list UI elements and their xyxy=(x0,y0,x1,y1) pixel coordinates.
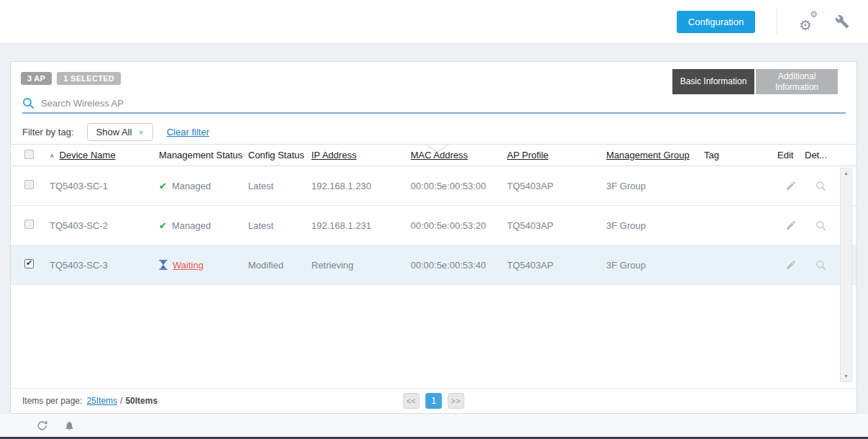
refresh-icon[interactable] xyxy=(36,420,48,432)
management-group-cell: 3F Group xyxy=(606,220,704,231)
config-status-cell: Modified xyxy=(248,260,311,271)
mac-address-cell: 00:00:5e:00:53:40 xyxy=(411,260,507,271)
configuration-button[interactable]: Configuration xyxy=(677,11,755,33)
ip-address-cell: Retrieving xyxy=(311,260,411,271)
tools-wrench-icon[interactable] xyxy=(835,14,849,29)
chevron-down-icon: ∨ xyxy=(138,129,143,135)
management-status-cell: Managed xyxy=(172,220,211,231)
management-group-cell: 3F Group xyxy=(606,260,704,271)
settings-gears-icon[interactable]: ⚙ ⚙ xyxy=(799,12,818,31)
ap-list-panel: 3 AP 1 SELECTED Basic Information Additi… xyxy=(10,61,857,414)
config-status-cell: Latest xyxy=(248,220,311,231)
table-footer: Items per page: 25Items / 50Items << 1 >… xyxy=(11,388,856,413)
tag-filter-value: Show All xyxy=(96,127,132,137)
search-icon xyxy=(22,97,35,109)
page-1-button[interactable]: 1 xyxy=(426,393,442,409)
tag-filter-dropdown[interactable]: Show All ∨ xyxy=(87,123,153,141)
vertical-scrollbar[interactable]: ▲ ▼ xyxy=(840,168,852,382)
column-header-management-group[interactable]: Management Group xyxy=(606,150,690,160)
table-body: TQ5403-SC-1 Managed Latest 192.168.1.230… xyxy=(11,166,856,389)
waiting-hourglass-icon xyxy=(159,260,168,270)
per-page-separator: / xyxy=(120,396,122,406)
prev-page-button[interactable]: << xyxy=(403,393,420,409)
edit-pencil-icon[interactable] xyxy=(785,259,797,271)
management-status-cell: Managed xyxy=(172,181,211,191)
column-header-tag: Tag xyxy=(704,150,777,160)
column-header-management-status: Management Status xyxy=(159,150,248,160)
device-name-cell: TQ5403-SC-1 xyxy=(50,181,159,191)
toolbar-divider xyxy=(777,9,777,35)
collapse-panel-notch-icon[interactable] xyxy=(426,144,448,152)
details-magnifier-icon[interactable] xyxy=(816,220,826,231)
filter-by-tag-label: Filter by tag: xyxy=(22,127,74,137)
column-header-config-status: Config Status xyxy=(248,150,311,160)
tab-additional-information[interactable]: Additional Information xyxy=(756,69,838,94)
column-header-details: Det... xyxy=(805,150,836,160)
filter-bar: Filter by tag: Show All ∨ Clear filter xyxy=(22,122,209,141)
ap-profile-cell: TQ5403AP xyxy=(507,220,606,231)
scroll-up-icon[interactable]: ▲ xyxy=(844,171,849,176)
ap-profile-cell: TQ5403AP xyxy=(507,181,606,191)
waiting-status-link[interactable]: Waiting xyxy=(173,260,204,271)
column-header-ip-address[interactable]: IP Address xyxy=(311,150,357,160)
management-group-cell: 3F Group xyxy=(606,181,704,191)
ap-count-badge: 3 AP xyxy=(21,72,52,85)
column-header-ap-profile[interactable]: AP Profile xyxy=(507,150,549,160)
select-all-checkbox[interactable] xyxy=(24,150,34,159)
ap-profile-cell: TQ5403AP xyxy=(507,260,606,271)
row-checkbox[interactable] xyxy=(24,180,34,189)
tab-basic-information[interactable]: Basic Information xyxy=(672,69,754,94)
managed-check-icon xyxy=(159,220,167,231)
details-magnifier-icon[interactable] xyxy=(816,260,826,271)
search-input[interactable] xyxy=(41,98,846,109)
device-name-cell: TQ5403-SC-2 xyxy=(50,220,159,231)
edit-pencil-icon[interactable] xyxy=(785,180,797,191)
row-checkbox[interactable] xyxy=(24,259,34,268)
edit-pencil-icon[interactable] xyxy=(785,220,797,231)
summary-badges: 3 AP 1 SELECTED xyxy=(21,72,121,85)
selected-count-badge: 1 SELECTED xyxy=(57,72,121,85)
info-tabs: Basic Information Additional Information xyxy=(672,69,838,94)
managed-check-icon xyxy=(159,181,167,191)
column-header-edit: Edit xyxy=(777,150,805,160)
device-name-cell: TQ5403-SC-3 xyxy=(50,260,159,271)
table-row-selected[interactable]: TQ5403-SC-3 Waiting Modified Retrieving … xyxy=(11,245,856,285)
table-row[interactable]: TQ5403-SC-1 Managed Latest 192.168.1.230… xyxy=(11,166,856,206)
table-header-row: ∧ Device Name Management Status Config S… xyxy=(11,144,856,166)
per-page-25-link[interactable]: 25Items xyxy=(86,396,117,406)
status-footer xyxy=(0,414,868,437)
search-bar xyxy=(22,94,846,114)
ip-address-cell: 192.168.1.230 xyxy=(311,181,411,191)
sort-ascending-icon[interactable]: ∧ xyxy=(50,152,55,158)
items-per-page-label: Items per page: xyxy=(22,396,82,406)
pagination-controls: << 1 >> xyxy=(403,393,465,409)
mac-address-cell: 00:00:5e:00:53:20 xyxy=(411,220,507,231)
table-row[interactable]: TQ5403-SC-2 Managed Latest 192.168.1.231… xyxy=(11,206,856,245)
ip-address-cell: 192.168.1.231 xyxy=(311,220,411,231)
top-toolbar: Configuration ⚙ ⚙ xyxy=(0,0,868,44)
scroll-down-icon[interactable]: ▼ xyxy=(844,374,849,379)
column-header-device-name[interactable]: Device Name xyxy=(60,150,116,160)
notifications-bell-icon[interactable] xyxy=(64,420,75,431)
config-status-cell: Latest xyxy=(248,181,311,191)
mac-address-cell: 00:00:5e:00:53:00 xyxy=(411,181,507,191)
row-checkbox[interactable] xyxy=(24,220,34,229)
next-page-button[interactable]: >> xyxy=(448,393,465,409)
clear-filter-link[interactable]: Clear filter xyxy=(167,127,209,137)
per-page-total-label: 50Items xyxy=(125,396,157,406)
details-magnifier-icon[interactable] xyxy=(816,181,826,191)
